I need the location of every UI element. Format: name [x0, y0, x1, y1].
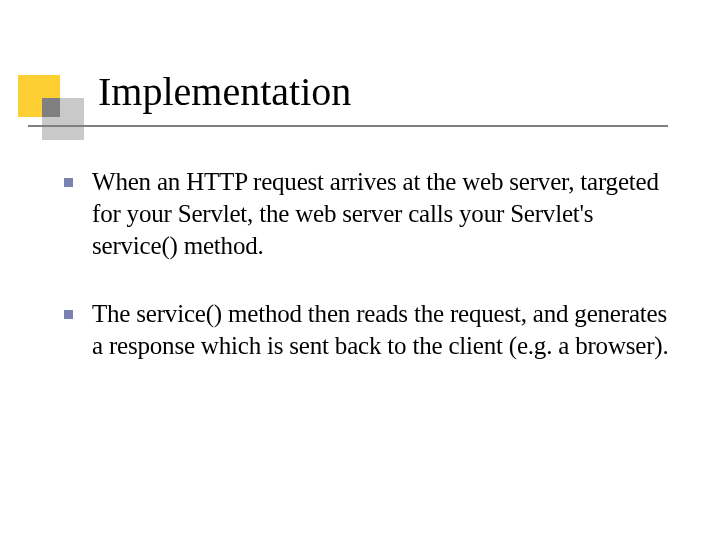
slide-body: When an HTTP request arrives at the web …: [92, 166, 682, 398]
title-underline: [28, 125, 668, 127]
list-item: When an HTTP request arrives at the web …: [92, 166, 682, 262]
slide-title: Implementation: [98, 68, 351, 115]
title-region: Implementation: [18, 70, 658, 140]
bullet-text: The service() method then reads the requ…: [92, 298, 682, 362]
bullet-icon: [64, 310, 73, 319]
list-item: The service() method then reads the requ…: [92, 298, 682, 362]
slide: Implementation When an HTTP request arri…: [0, 0, 720, 540]
bullet-text: When an HTTP request arrives at the web …: [92, 166, 682, 262]
title-accent-overlap: [42, 98, 60, 117]
bullet-icon: [64, 178, 73, 187]
